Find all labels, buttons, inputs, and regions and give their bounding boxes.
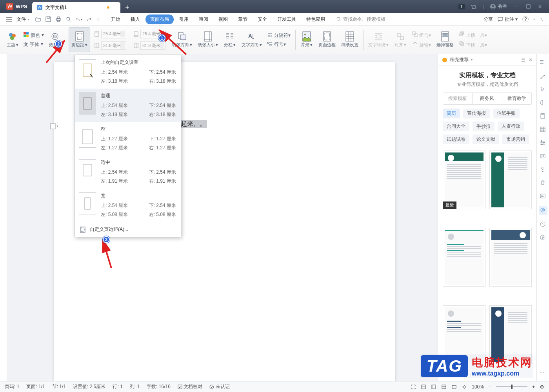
collapse-ribbon-icon[interactable]: ㄟ (540, 16, 544, 23)
tag-marketing[interactable]: 市场营销 (502, 134, 529, 144)
theme-button[interactable]: 主题▾ (4, 27, 21, 52)
margin-right-spinner[interactable]: 31.8 毫米 (133, 41, 165, 51)
rail-image-icon[interactable] (540, 193, 547, 200)
panel-close-icon[interactable]: ✕ (529, 57, 533, 63)
status-chars[interactable]: 字数: 16/16 (147, 383, 171, 390)
papersize-button[interactable]: 纸张大小▾ (195, 27, 220, 52)
custom-margins-button[interactable]: 自定义页边距(A)... (75, 222, 181, 237)
close-button[interactable]: ✕ (537, 4, 543, 9)
rail-clipboard-icon[interactable] (540, 113, 547, 120)
margin-preset-moderate[interactable]: 适中 上: 2.54 厘米下: 2.54 厘米 左: 1.91 厘米右: 1.9… (75, 155, 181, 189)
redo-icon[interactable] (85, 16, 93, 23)
tab-references[interactable]: 引用 (175, 15, 193, 24)
template-item[interactable] (489, 151, 532, 209)
panel-tab-business[interactable]: 商务风 (472, 93, 502, 104)
font-dropdown[interactable]: 文字体▾ (24, 41, 44, 48)
template-item[interactable] (489, 228, 532, 287)
margin-preset-last-custom[interactable]: 上次的自定义设置 上: 2.54 厘米下: 2.54 厘米 左: 3.18 厘米… (75, 55, 181, 89)
panel-tab-education[interactable]: 教育教学 (502, 93, 531, 104)
zoom-out-button[interactable]: − (489, 384, 491, 390)
tag-exam[interactable]: 试题试卷 (443, 134, 469, 144)
effect-button[interactable]: 效果▾ (46, 27, 64, 52)
rail-history-icon[interactable] (540, 221, 547, 228)
margin-preset-wide[interactable]: 宽 上: 2.54 厘米下: 2.54 厘米 左: 5.08 厘米右: 5.08… (75, 189, 181, 222)
nav-panel-icon[interactable]: ▾ (50, 123, 58, 129)
selectionpane-button[interactable]: 选择窗格 (434, 27, 456, 52)
breaks-dropdown[interactable]: 分隔符▾ (267, 32, 291, 39)
zoom-in-button[interactable]: + (532, 384, 535, 390)
undo-icon[interactable]: ▾ (75, 16, 82, 23)
rail-pencil-icon[interactable] (540, 73, 547, 80)
rail-more-icon[interactable]: ⋯ (540, 370, 547, 377)
rail-trash-icon[interactable] (540, 180, 547, 187)
lineno-dropdown[interactable]: 1 行号▾ (267, 41, 291, 48)
view-outline-icon[interactable] (431, 384, 436, 390)
tag-handwritten[interactable]: 手抄报 (473, 122, 494, 131)
panel-menu-icon[interactable]: ☰ (521, 57, 525, 63)
rail-docer-icon[interactable] (539, 206, 547, 215)
minimize-button[interactable]: ─ (514, 4, 519, 9)
status-section[interactable]: 节: 1/1 (52, 383, 66, 390)
margin-preset-normal[interactable]: 普通 上: 2.54 厘米下: 2.54 厘米 左: 3.18 厘米右: 3.1… (75, 89, 181, 122)
share-button[interactable]: 分享 (484, 16, 493, 23)
tag-hr[interactable]: 人资行政 (498, 122, 524, 131)
annotate-button[interactable]: 批注 ▾ (498, 16, 518, 23)
status-pageno[interactable]: 页码: 1 (5, 383, 19, 390)
rail-collapse-icon[interactable]: ☰ (540, 60, 547, 67)
tab-page-layout[interactable]: 页面布局 (145, 15, 174, 24)
print-preview-icon[interactable] (65, 16, 72, 23)
panel-tab-search[interactable]: 搜索模板 (443, 93, 472, 104)
document-area[interactable]: ▾ 起来。。 上次的自定义设置 上: 2.54 厘米下: 2.54 厘米 左: … (7, 54, 438, 381)
rail-camera-icon[interactable] (540, 153, 547, 160)
tab-review[interactable]: 审阅 (194, 15, 213, 24)
document-tab[interactable]: W 文字文稿1 (32, 2, 120, 13)
zoom-value[interactable]: 100% (472, 384, 484, 390)
background-button[interactable]: 背景▾ (298, 27, 315, 52)
columns-button[interactable]: 分栏▾ (221, 27, 238, 52)
rail-shape-icon[interactable] (540, 100, 547, 107)
pageborder-button[interactable]: 页面边框 (316, 27, 338, 52)
tab-section[interactable]: 章节 (233, 15, 252, 24)
print-icon[interactable] (55, 16, 62, 23)
margin-preset-narrow[interactable]: 窄 上: 1.27 厘米下: 1.27 厘米 左: 1.27 厘米右: 1.27… (75, 122, 181, 155)
zoom-slider[interactable] (496, 386, 527, 387)
tab-view[interactable]: 视图 (214, 15, 233, 24)
rail-table-icon[interactable] (540, 126, 547, 133)
draftpaper-button[interactable]: 稿纸设置 (339, 27, 361, 52)
tab-insert[interactable]: 插入 (126, 15, 145, 24)
notification-badge[interactable]: 1 (458, 4, 465, 9)
user-menu[interactable]: 香香 (490, 3, 507, 10)
status-spellcheck[interactable]: 文档校对 (178, 383, 202, 390)
view-fullscreen-icon[interactable] (411, 384, 416, 390)
margin-top-spinner[interactable]: 25.4 毫米 (94, 29, 126, 39)
tab-security[interactable]: 安全 (253, 15, 272, 24)
rail-help-icon[interactable]: ? (540, 234, 547, 241)
margin-left-spinner[interactable]: 31.8 毫米 (94, 41, 126, 51)
view-read-icon[interactable] (451, 384, 457, 390)
save-icon[interactable] (45, 16, 52, 23)
textdir-button[interactable]: A文字方向▾ (239, 27, 264, 52)
tag-letterpaper[interactable]: 信纸手账 (493, 109, 520, 118)
status-page[interactable]: 页面: 1/1 (26, 383, 45, 390)
status-expand-icon[interactable] (540, 385, 544, 389)
file-menu[interactable]: 文件▾ (15, 15, 31, 24)
tag-thesis[interactable]: 论文文献 (473, 134, 499, 144)
open-icon[interactable] (35, 16, 42, 23)
rail-link-icon[interactable] (540, 166, 547, 173)
rail-select-icon[interactable] (540, 86, 547, 93)
tag-contract[interactable]: 合同大全 (443, 122, 469, 131)
template-item[interactable]: 最近 (443, 151, 485, 209)
color-dropdown[interactable]: 颜色▾ (24, 32, 44, 39)
tab-start[interactable]: 开始 (106, 15, 125, 24)
help-button[interactable]: ? (522, 16, 529, 22)
tab-special[interactable]: 特色应用 (302, 15, 330, 24)
new-tab-button[interactable]: + (122, 2, 133, 13)
hamburger-icon[interactable] (5, 16, 13, 22)
status-verify[interactable]: 未认证 (209, 383, 229, 390)
view-web-icon[interactable] (441, 384, 447, 390)
view-print-icon[interactable] (421, 384, 426, 390)
template-item[interactable] (443, 228, 485, 287)
rail-settings-icon[interactable] (540, 140, 547, 147)
tab-devtools[interactable]: 开发工具 (273, 15, 301, 24)
maximize-button[interactable] (525, 4, 531, 9)
